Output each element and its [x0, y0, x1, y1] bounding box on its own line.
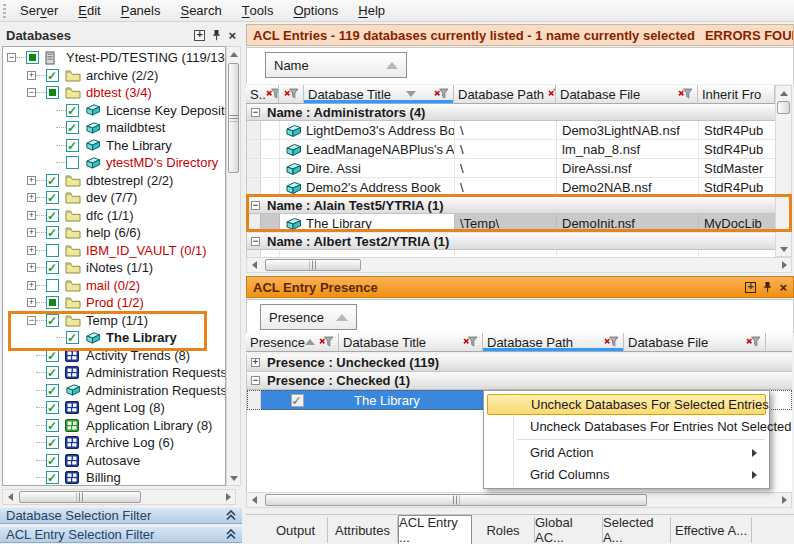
close-icon[interactable]: × — [779, 282, 787, 293]
group-header-row[interactable]: Presence : Checked (1) — [247, 372, 792, 390]
filter-icon[interactable] — [319, 335, 334, 350]
filter-icon[interactable] — [266, 87, 279, 102]
filter-icon[interactable] — [604, 335, 619, 350]
database-selection-filter-bar[interactable]: Database Selection Filter — [0, 507, 242, 524]
filter-icon[interactable] — [434, 87, 449, 102]
tree-checkbox-checked[interactable] — [46, 384, 59, 397]
tree-item[interactable]: Archive Log (6) — [3, 434, 225, 452]
tab-acl-entry-[interactable]: ACL Entry ... — [398, 515, 472, 544]
tab-roles[interactable]: Roles — [472, 517, 535, 543]
column-header-database-title[interactable]: Database Title — [304, 85, 454, 104]
tree-checkbox-checked[interactable] — [46, 174, 59, 187]
collapse-chevron-icon[interactable] — [226, 510, 236, 521]
database-row[interactable]: Dire. Assi\DireAssi.nsfStdMaster — [247, 159, 775, 178]
expand-icon[interactable] — [194, 30, 205, 41]
tree-item[interactable]: Agent Log (8) — [3, 399, 225, 417]
tree-checkbox-checked[interactable] — [66, 121, 79, 134]
tab-output[interactable]: Output — [264, 517, 328, 543]
collapse-toggle-icon[interactable] — [27, 316, 36, 325]
expand-toggle-icon[interactable] — [27, 211, 36, 220]
acl-grid-vertical-scrollbar[interactable] — [775, 85, 792, 257]
expand-toggle-icon[interactable] — [27, 176, 36, 185]
column-header-database-file[interactable]: Database File — [556, 85, 698, 104]
context-menu-item[interactable]: Uncheck Databases For Entries Not Select… — [487, 416, 766, 437]
tree-item[interactable]: The Library — [3, 137, 225, 155]
context-menu-item[interactable]: Grid Action — [487, 442, 766, 463]
tree-item[interactable]: help (6/6) — [3, 224, 225, 242]
database-row[interactable]: LeadManageNABPlus's A...\lm_nab_8.nsfStd… — [247, 140, 775, 159]
column-header-filter[interactable] — [279, 85, 304, 104]
acl-entry-selection-filter-bar[interactable]: ACL Entry Selection Filter — [0, 526, 242, 543]
expand-toggle-icon[interactable] — [27, 71, 36, 80]
column-header-s-[interactable]: S.. — [246, 85, 279, 104]
presence-checkbox[interactable] — [291, 394, 304, 407]
column-header-inherit-fro[interactable]: Inherit Fro — [698, 85, 775, 104]
tree-item[interactable]: The Library — [3, 329, 225, 347]
filter-icon[interactable] — [284, 87, 299, 102]
tree-checkbox-partial[interactable] — [46, 86, 59, 99]
tree-item[interactable]: License Key Depository — [3, 102, 225, 120]
tree-checkbox-checked[interactable] — [46, 471, 59, 484]
close-icon[interactable]: × — [228, 30, 236, 41]
tree-checkbox-checked[interactable] — [66, 139, 79, 152]
tree-checkbox-checked[interactable] — [46, 191, 59, 204]
groupby-presence-chip[interactable]: Presence — [260, 304, 357, 330]
tree-item[interactable]: dev (7/7) — [3, 189, 225, 207]
pin-icon[interactable] — [763, 281, 772, 293]
menu-item-help[interactable]: Help — [348, 1, 395, 21]
tree-checkbox-partial[interactable] — [26, 51, 39, 64]
column-header-database-file[interactable]: Database File — [624, 333, 766, 352]
tree-item[interactable]: archive (2/2) — [3, 67, 225, 85]
group-header-row[interactable]: Name : Albert Test2/YTRIA (1) — [247, 233, 775, 250]
tree-vertical-scrollbar[interactable] — [226, 46, 241, 486]
collapse-toggle-icon[interactable] — [27, 88, 36, 97]
context-menu-item[interactable]: Grid Columns — [487, 464, 766, 485]
collapse-toggle-icon[interactable] — [251, 201, 260, 210]
expand-toggle-icon[interactable] — [27, 263, 36, 272]
tree-checkbox-checked[interactable] — [46, 436, 59, 449]
tree-item[interactable]: Application Library (8) — [3, 417, 225, 435]
column-header-presence[interactable]: Presence — [246, 333, 339, 352]
presence-grid-horizontal-scrollbar[interactable] — [246, 492, 792, 508]
tree-checkbox-unchecked[interactable] — [66, 156, 79, 169]
column-header-database-path[interactable]: Database Path — [483, 333, 624, 352]
menu-item-server[interactable]: Server — [10, 1, 68, 21]
tree-horizontal-scrollbar[interactable] — [2, 489, 236, 505]
tree-item[interactable]: Billing — [3, 469, 225, 486]
filter-icon[interactable] — [548, 87, 556, 102]
group-header-row[interactable]: Name : Administrators (4) — [247, 104, 775, 121]
filter-icon[interactable] — [463, 335, 478, 350]
tree-checkbox-checked[interactable] — [46, 314, 59, 327]
expand-toggle-icon[interactable] — [251, 358, 260, 367]
tree-item[interactable]: dbtestrepl (2/2) — [3, 172, 225, 190]
tree-item[interactable]: Autosave — [3, 452, 225, 470]
tree-item[interactable]: Prod (1/2) — [3, 294, 225, 312]
tree-item[interactable]: dfc (1/1) — [3, 207, 225, 225]
groupby-name-chip[interactable]: Name — [265, 52, 407, 78]
tree-checkbox-checked[interactable] — [46, 261, 59, 274]
menu-item-edit[interactable]: Edit — [68, 1, 110, 21]
filter-icon[interactable] — [678, 87, 693, 102]
group-header-row[interactable]: Name : Alain Test5/YTRIA (1) — [247, 197, 775, 214]
tree-item[interactable]: Ytest-PD/TESTING (119/136) — [3, 49, 225, 67]
tree-checkbox-partial[interactable] — [46, 296, 59, 309]
expand-toggle-icon[interactable] — [27, 281, 36, 290]
collapse-toggle-icon[interactable] — [251, 237, 260, 246]
tree-checkbox-checked[interactable] — [46, 401, 59, 414]
tree-item[interactable]: dbtest (3/4) — [3, 84, 225, 102]
database-row[interactable]: Demo2's Address Book\Demo2NAB.nsfStdR4Pu… — [247, 178, 775, 197]
group-header-row[interactable]: Presence : Unchecked (119) — [247, 354, 792, 372]
tree-checkbox-checked[interactable] — [46, 226, 59, 239]
expand-toggle-icon[interactable] — [27, 298, 36, 307]
tree-item[interactable]: Administration Requests — [3, 382, 225, 400]
tree-item[interactable]: mail (0/2) — [3, 277, 225, 295]
tree-item[interactable]: Administration Requests — [3, 364, 225, 382]
column-header-database-path[interactable]: Database Path — [454, 85, 556, 104]
column-header-database-title[interactable]: Database Title — [339, 333, 483, 352]
tree-item[interactable]: Activity Trends (8) — [3, 347, 225, 365]
tree-checkbox-checked[interactable] — [46, 69, 59, 82]
tab-effective-a-[interactable]: Effective A... — [671, 517, 752, 543]
tree-item[interactable]: iNotes (1/1) — [3, 259, 225, 277]
tab-global-ac-[interactable]: Global AC... — [535, 517, 603, 543]
tree-checkbox-checked[interactable] — [46, 419, 59, 432]
